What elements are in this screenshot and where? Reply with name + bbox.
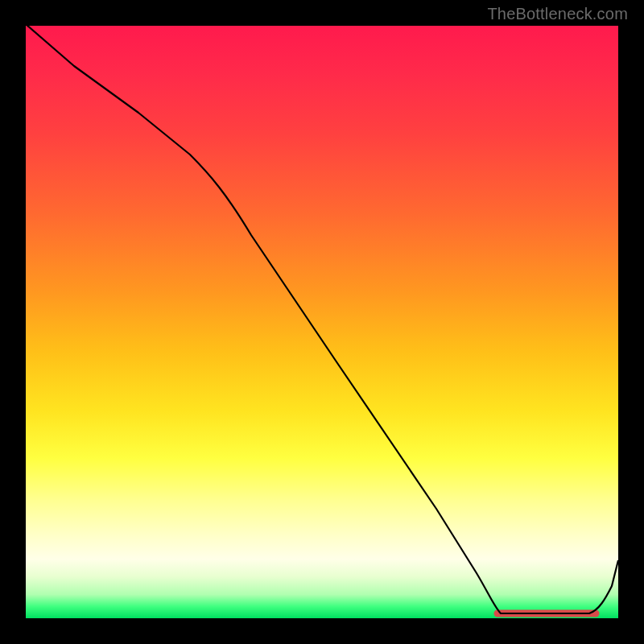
plot-area xyxy=(26,26,618,618)
bottleneck-curve xyxy=(26,26,618,613)
curve-layer xyxy=(26,26,618,618)
chart-frame: TheBottleneck.com xyxy=(0,0,644,644)
credit-label: TheBottleneck.com xyxy=(487,5,628,23)
